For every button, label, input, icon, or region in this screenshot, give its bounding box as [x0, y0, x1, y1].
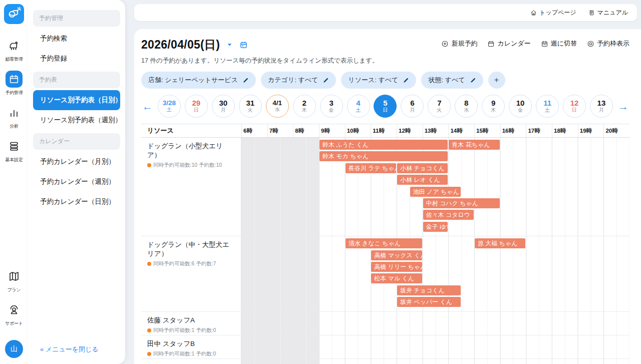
- sidebar-item[interactable]: 予約検索: [33, 29, 120, 49]
- booking-bar[interactable]: 池田 ノア ちゃん: [410, 187, 461, 197]
- next-dates-arrow[interactable]: →: [617, 101, 629, 112]
- date-pill[interactable]: 6月: [401, 95, 424, 118]
- date-pill-dow: 火: [437, 107, 442, 114]
- action-button[interactable]: 新規予約: [441, 39, 477, 48]
- add-filter-button[interactable]: +: [488, 72, 505, 89]
- booking-bar[interactable]: 鈴木 ふうた くん: [319, 140, 448, 150]
- date-pill[interactable]: 30月: [212, 95, 235, 118]
- hour-header: 14時: [448, 124, 474, 137]
- pencil-icon: [242, 77, 249, 84]
- date-pill-dow: 水: [275, 107, 280, 113]
- booking-bar[interactable]: 原 大福 ちゃん: [475, 238, 525, 248]
- date-pill-dow: 日: [572, 107, 577, 114]
- sidebar-item[interactable]: リソース別予約表（日別）: [33, 90, 120, 110]
- filter-chip[interactable]: 店舗: シェリーペットサービス: [141, 72, 256, 89]
- date-pill[interactable]: 29日: [185, 95, 208, 118]
- date-pill[interactable]: 3/28土: [158, 95, 181, 118]
- timeline-rows: ドッグラン（小型犬エリア）同時予約可能数:10 予約数:10鈴木 ふうた くん青…: [141, 138, 629, 364]
- filter-chip[interactable]: 状態: すべて: [421, 72, 483, 89]
- timeline-track[interactable]: 鈴木 ふうた くん青木 花ちゃん鈴木 モカ ちゃん長谷川 ラテ ちゃん小林 チョ…: [241, 138, 629, 236]
- date-pill-dow: 土: [167, 107, 172, 113]
- booking-bar[interactable]: 松本 マル くん: [371, 273, 422, 283]
- date-pill[interactable]: 7火: [428, 95, 451, 118]
- booking-bar[interactable]: 佐々木 コタロウ く: [423, 210, 474, 220]
- hour-header: 7時: [267, 124, 293, 137]
- avatar[interactable]: 山: [5, 340, 23, 358]
- date-pill-number: 30: [219, 99, 227, 107]
- booking-bar[interactable]: 小林 レオ くん: [397, 175, 448, 185]
- rail-item-analytics[interactable]: 分析: [6, 104, 23, 130]
- rail-item-label: 分析: [10, 123, 18, 130]
- filter-chip-label: 店舗: シェリーペットサービス: [148, 76, 238, 85]
- capacity-label: 同時予約可能数:6 予約数:7: [153, 260, 216, 267]
- collapse-menu-link[interactable]: « メニューを閉じる: [33, 342, 120, 357]
- rail-item-support[interactable]: サポート: [5, 301, 23, 327]
- sidebar-item[interactable]: 予約カレンダー（月別）: [33, 152, 120, 172]
- date-pill[interactable]: 4土: [347, 95, 370, 118]
- booking-bar[interactable]: 高橋 リリー ちゃん: [371, 262, 422, 272]
- sidebar-section-header: カレンダー: [33, 133, 120, 150]
- prev-dates-arrow[interactable]: ←: [141, 101, 154, 112]
- date-pill-number: 12: [570, 99, 579, 107]
- booking-bar[interactable]: 中村 コハク ちゃん: [423, 198, 500, 208]
- rail-item-customers[interactable]: 顧客管理: [6, 37, 23, 63]
- action-button[interactable]: 予約枠表示: [587, 39, 629, 48]
- rail-item-settings[interactable]: 基本設定: [6, 138, 23, 163]
- date-pill[interactable]: 31火: [239, 95, 262, 118]
- timeline-track[interactable]: [241, 335, 629, 358]
- date-pill-number: 8: [464, 99, 468, 107]
- date-pill-dow: 日: [383, 107, 388, 114]
- capacity-dot-icon: [147, 328, 151, 332]
- date-pill[interactable]: 3金: [320, 95, 343, 118]
- date-pill[interactable]: 5日: [374, 95, 397, 118]
- booking-bar[interactable]: 清水 きなこ ちゃん: [346, 238, 422, 248]
- date-pill[interactable]: 11土: [536, 95, 559, 118]
- rail-bottom-nav: プランサポート: [5, 268, 23, 335]
- date-pill[interactable]: 4/1水: [266, 95, 289, 118]
- date-pill-dow: 金: [518, 107, 523, 114]
- sidebar-item[interactable]: リソース別予約表（週別）: [33, 110, 120, 130]
- booking-bar[interactable]: 小林 チョコくん: [397, 163, 448, 173]
- timeline-track[interactable]: [241, 312, 629, 335]
- chevron-down-icon[interactable]: [226, 42, 233, 48]
- date-pill[interactable]: 13月: [590, 95, 613, 118]
- hour-header: 13時: [423, 124, 449, 137]
- filter-chip[interactable]: カテゴリ: すべて: [261, 72, 336, 89]
- booking-bar[interactable]: 青木 花ちゃん: [449, 140, 499, 150]
- pencil-icon: [470, 77, 476, 84]
- date-pill-number: 13: [597, 99, 606, 107]
- date-pill[interactable]: 2木: [293, 95, 316, 118]
- filter-chip[interactable]: リソース: すべて: [341, 72, 416, 89]
- resource-cell: 鈴木 スタッフC同時予約可能数:1 予約数:0: [141, 359, 241, 364]
- booking-bar[interactable]: 坂井 チョコくん: [397, 285, 461, 295]
- sidebar-item[interactable]: 予約登録: [33, 49, 120, 69]
- action-button[interactable]: カレンダー: [487, 39, 530, 48]
- date-pill[interactable]: 10金: [509, 95, 532, 118]
- booking-bar[interactable]: 長谷川 ラテ ちゃん: [346, 163, 396, 173]
- date-pill[interactable]: 8水: [455, 95, 478, 118]
- booking-bar[interactable]: 鈴木 モカ ちゃん: [319, 151, 448, 161]
- booking-bar[interactable]: 金子 ゆず: [423, 222, 448, 232]
- action-button[interactable]: 週に切替: [541, 39, 577, 48]
- sidebar-section-header: 予約表: [33, 72, 120, 88]
- sidebar-item[interactable]: 予約カレンダー（日別）: [33, 192, 120, 212]
- app-logo[interactable]: [4, 4, 24, 24]
- home-icon: [530, 10, 537, 16]
- sidebar-item[interactable]: 予約カレンダー（週別）: [33, 172, 120, 192]
- date-pill[interactable]: 9木: [482, 95, 505, 118]
- top-link[interactable]: トップページ: [530, 9, 576, 17]
- date-picker-icon[interactable]: [239, 41, 248, 49]
- rail-item-label: 基本設定: [6, 157, 23, 163]
- date-pill-number: 10: [516, 99, 525, 107]
- date-pill-dow: 火: [248, 107, 253, 114]
- calendar-week-icon: [541, 40, 548, 48]
- timeline-track[interactable]: 清水 きなこ ちゃん原 大福 ちゃん高橋 マックス くん高橋 リリー ちゃん松本…: [241, 236, 629, 311]
- date-pill-number: 7: [437, 99, 441, 107]
- rail-item-reservations[interactable]: 予約管理: [6, 71, 23, 96]
- booking-bar[interactable]: 高橋 マックス くん: [371, 250, 422, 260]
- timeline-track[interactable]: [241, 359, 629, 364]
- rail-item-plan[interactable]: プラン: [5, 268, 23, 293]
- top-link[interactable]: マニュアル: [588, 9, 628, 17]
- date-pill[interactable]: 12日: [563, 95, 586, 118]
- booking-bar[interactable]: 坂井 ペッパー くん: [397, 297, 461, 307]
